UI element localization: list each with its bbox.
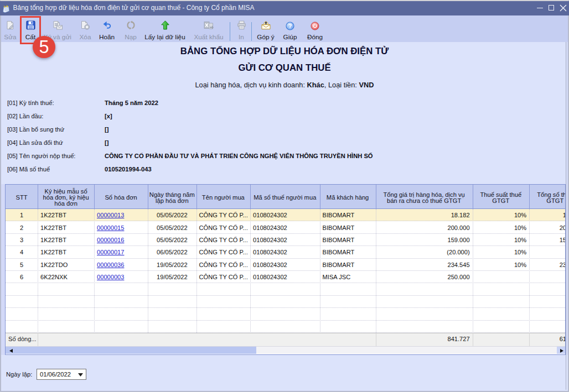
svg-text:?: ? xyxy=(288,22,292,29)
